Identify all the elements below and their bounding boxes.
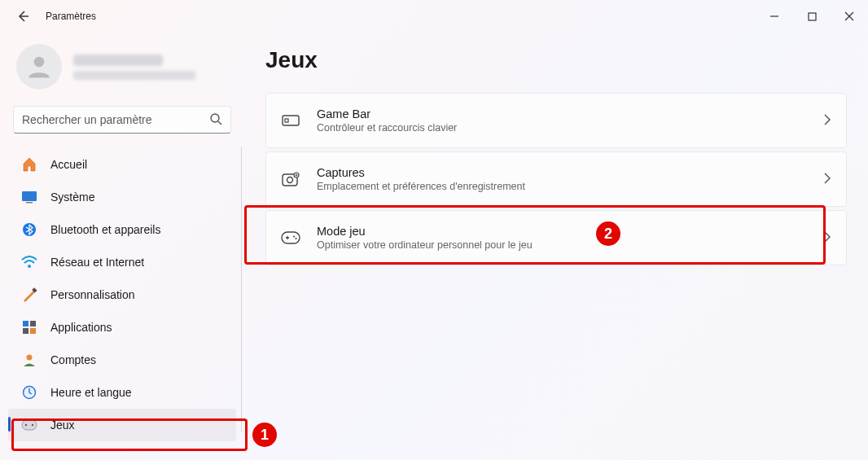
sidebar-item-network[interactable]: Réseau et Internet [0, 246, 244, 278]
sidebar-item-label: Heure et langue [50, 386, 132, 399]
sidebar-item-bluetooth[interactable]: Bluetooth et appareils [0, 213, 244, 246]
user-name-blurred [73, 55, 163, 66]
gamepad-icon [21, 417, 37, 433]
sidebar: Accueil Système Bluetooth et appareils R… [0, 33, 244, 460]
bluetooth-icon [21, 221, 37, 238]
card-subtitle: Optimiser votre ordinateur personnel pou… [317, 239, 533, 251]
svg-rect-10 [23, 328, 28, 334]
svg-point-15 [25, 424, 27, 426]
system-icon [21, 189, 37, 205]
sidebar-item-time-language[interactable]: Heure et langue [0, 376, 244, 409]
svg-point-1 [34, 57, 45, 68]
sidebar-item-label: Jeux [50, 418, 75, 432]
svg-point-24 [295, 238, 296, 239]
accounts-icon [21, 352, 37, 368]
maximize-icon [808, 12, 817, 21]
setting-card-captures[interactable]: Captures Emplacement et préférences d'en… [265, 151, 847, 207]
user-block[interactable] [0, 41, 244, 106]
svg-rect-0 [809, 13, 816, 20]
card-title: Captures [317, 166, 525, 179]
setting-card-gamebar[interactable]: Game Bar Contrôleur et raccourcis clavie… [265, 93, 847, 148]
brush-icon [21, 287, 37, 303]
gamemode-icon [281, 228, 300, 248]
sidebar-item-accounts[interactable]: Comptes [0, 344, 244, 376]
search-box[interactable] [13, 106, 231, 134]
card-title: Mode jeu [317, 225, 533, 238]
sidebar-item-personalization[interactable]: Personnalisation [0, 278, 244, 311]
search-input[interactable] [22, 113, 209, 126]
arrow-left-icon [16, 10, 29, 23]
svg-rect-22 [282, 232, 300, 243]
avatar [16, 44, 62, 90]
sidebar-item-label: Comptes [50, 353, 96, 366]
nav: Accueil Système Bluetooth et appareils R… [0, 143, 244, 441]
card-subtitle: Emplacement et préférences d'enregistrem… [317, 181, 525, 192]
chevron-right-icon [823, 114, 831, 128]
main-content: Jeux Game Bar Contrôleur et raccourcis c… [244, 33, 868, 460]
chevron-right-icon [823, 231, 831, 245]
svg-rect-9 [30, 321, 36, 326]
svg-point-2 [211, 114, 219, 122]
sidebar-item-label: Réseau et Internet [50, 256, 144, 269]
maximize-button[interactable] [793, 3, 831, 29]
titlebar: Paramètres [0, 0, 868, 33]
svg-rect-3 [22, 191, 37, 201]
sidebar-item-label: Accueil [50, 158, 87, 171]
capture-icon [281, 169, 300, 189]
card-title: Game Bar [317, 107, 457, 120]
svg-point-12 [27, 355, 33, 361]
minimize-button[interactable] [756, 3, 793, 29]
window-title: Paramètres [46, 11, 96, 22]
sidebar-item-system[interactable]: Système [0, 181, 244, 213]
back-button[interactable] [13, 7, 33, 26]
svg-rect-18 [285, 119, 288, 122]
card-subtitle: Contrôleur et raccourcis clavier [317, 122, 457, 134]
close-icon [844, 11, 854, 21]
home-icon [21, 156, 37, 173]
svg-point-6 [28, 265, 31, 268]
minimize-icon [769, 11, 779, 21]
svg-rect-11 [30, 328, 36, 334]
svg-rect-8 [23, 321, 28, 326]
setting-card-gamemode[interactable]: Mode jeu Optimiser votre ordinateur pers… [265, 210, 847, 265]
search-icon [209, 112, 222, 128]
person-icon [24, 52, 54, 81]
sidebar-item-home[interactable]: Accueil [0, 148, 244, 181]
close-button[interactable] [831, 3, 868, 29]
chevron-right-icon [823, 173, 831, 186]
svg-rect-14 [22, 420, 37, 430]
gamebar-icon [281, 111, 300, 130]
clock-icon [21, 384, 37, 401]
sidebar-item-gaming[interactable]: Jeux [8, 409, 236, 441]
user-email-blurred [73, 71, 195, 80]
svg-point-20 [287, 177, 293, 183]
apps-icon [21, 319, 37, 335]
sidebar-item-label: Applications [50, 321, 112, 334]
sidebar-item-apps[interactable]: Applications [0, 311, 244, 344]
svg-point-23 [293, 235, 295, 237]
page-title: Jeux [265, 47, 847, 73]
sidebar-item-label: Personnalisation [50, 288, 135, 301]
window-controls [756, 3, 868, 29]
wifi-icon [21, 254, 37, 270]
sidebar-item-label: Système [50, 191, 94, 204]
svg-point-16 [32, 424, 33, 426]
sidebar-item-label: Bluetooth et appareils [50, 223, 160, 236]
user-text [73, 55, 195, 80]
svg-rect-4 [26, 202, 33, 204]
